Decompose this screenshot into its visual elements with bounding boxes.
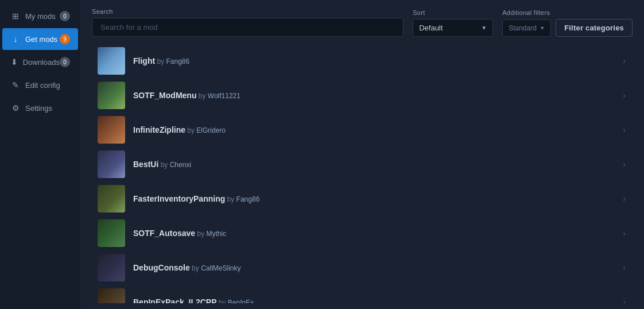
mod-row-faster-inventory[interactable]: FasterInventoryPanning by Fang86› (92, 181, 633, 216)
mod-row-sotf-modmenu[interactable]: SOTF_ModMenu by Wolf11221› (92, 78, 633, 113)
sidebar-item-label: Get mods (25, 35, 57, 44)
chevron-right-icon: › (623, 91, 626, 100)
gear-icon: ⚙ (10, 103, 21, 113)
mod-row-bestui[interactable]: BestUi by Chenxi› (92, 147, 633, 181)
mod-name-debug-console: DebugConsole (133, 263, 190, 272)
sidebar-item-settings[interactable]: ⚙ Settings (2, 97, 78, 119)
additional-filters-label: Additional filters (502, 9, 633, 16)
svg-rect-0 (98, 47, 125, 75)
mod-thumbnail-sotf-modmenu (98, 82, 125, 109)
mod-thumbnail-infinite-zipline (98, 116, 125, 144)
mod-author-debug-console: by CallMeSlinky (190, 264, 241, 272)
edit-icon: ✎ (10, 80, 21, 90)
chevron-down-icon: ▼ (481, 25, 487, 31)
mod-author-bepinex-pack: by BepInEx (217, 299, 254, 304)
search-label: Search (92, 8, 404, 15)
sidebar: ⊞ My mods 0 ↓ Get mods 9 ⬇ Downloads 0 ✎… (0, 0, 80, 309)
filter-group: Standard ▼ Filter categories (502, 19, 633, 37)
mod-name-faster-inventory: FasterInventoryPanning (133, 194, 225, 203)
svg-rect-3 (98, 150, 125, 178)
chevron-right-icon: › (623, 298, 626, 304)
sidebar-item-label: Downloads (23, 58, 60, 67)
svg-rect-5 (98, 219, 125, 247)
mod-name-flight: Flight (133, 56, 155, 65)
chevron-down-icon: ▼ (540, 25, 545, 31)
mod-info-bestui: BestUi by Chenxi (133, 159, 617, 169)
sidebar-item-get-mods[interactable]: ↓ Get mods 9 (2, 28, 78, 50)
chevron-right-icon: › (623, 160, 626, 169)
sidebar-item-label: My mods (25, 12, 56, 21)
sort-select[interactable]: Default ▼ (413, 19, 493, 37)
my-mods-badge: 0 (60, 11, 70, 21)
mod-author-bestui: by Chenxi (158, 161, 191, 169)
sidebar-item-my-mods[interactable]: ⊞ My mods 0 (2, 5, 78, 27)
topbar: Search Sort Default ▼ Additional filters… (92, 8, 633, 37)
mod-thumbnail-flight (98, 47, 125, 75)
sort-value: Default (419, 24, 443, 32)
svg-rect-6 (98, 254, 125, 281)
chevron-right-icon: › (623, 229, 626, 238)
mod-info-sotf-modmenu: SOTF_ModMenu by Wolf11221 (133, 90, 617, 101)
mod-name-sotf-modmenu: SOTF_ModMenu (133, 91, 196, 100)
mod-info-flight: Flight by Fang86 (133, 56, 617, 66)
mod-thumbnail-bepinex-pack (98, 288, 125, 304)
mod-name-infinite-zipline: InfiniteZipline (133, 125, 185, 134)
mod-author-faster-inventory: by Fang86 (225, 195, 259, 203)
mod-author-infinite-zipline: by ElGridero (185, 126, 226, 134)
mod-row-flight[interactable]: Flight by Fang86› (92, 44, 633, 78)
sidebar-item-downloads[interactable]: ⬇ Downloads 0 (2, 51, 78, 73)
sidebar-item-label: Edit config (25, 81, 60, 90)
filter-standard-value: Standard (509, 24, 537, 32)
mod-row-debug-console[interactable]: DebugConsole by CallMeSlinky› (92, 250, 633, 285)
search-input[interactable] (92, 18, 404, 37)
mod-info-sotf-autosave: SOTF_Autosave by Mythic (133, 228, 617, 238)
mod-author-flight: by Fang86 (155, 57, 189, 65)
svg-rect-2 (98, 116, 125, 144)
search-section: Search (92, 8, 404, 37)
chevron-right-icon: › (623, 56, 626, 65)
arrow-down-icon: ⬇ (10, 57, 18, 67)
sort-label: Sort (413, 9, 493, 16)
mod-row-bepinex-pack[interactable]: BepInExPack_IL2CPP by BepInEx› (92, 285, 633, 303)
mod-name-sotf-autosave: SOTF_Autosave (133, 229, 195, 238)
mod-list: Flight by Fang86›SOTF_ModMenu by Wolf112… (92, 44, 633, 303)
mod-row-sotf-autosave[interactable]: SOTF_Autosave by Mythic› (92, 216, 633, 250)
chevron-right-icon: › (623, 125, 626, 134)
mod-info-infinite-zipline: InfiniteZipline by ElGridero (133, 125, 617, 135)
main-content: Search Sort Default ▼ Additional filters… (80, 0, 644, 309)
mod-name-bepinex-pack: BepInExPack_IL2CPP (133, 298, 217, 304)
filter-section: Additional filters Standard ▼ Filter cat… (502, 9, 633, 37)
mod-thumbnail-sotf-autosave (98, 219, 125, 247)
sidebar-item-label: Settings (25, 104, 52, 113)
grid-icon: ⊞ (10, 11, 21, 21)
mod-name-bestui: BestUi (133, 160, 158, 169)
svg-rect-4 (98, 185, 125, 213)
mod-author-sotf-autosave: by Mythic (195, 230, 226, 238)
mod-info-faster-inventory: FasterInventoryPanning by Fang86 (133, 194, 617, 204)
chevron-right-icon: › (623, 263, 626, 272)
mod-author-sotf-modmenu: by Wolf11221 (196, 92, 240, 100)
mod-info-bepinex-pack: BepInExPack_IL2CPP by BepInEx (133, 297, 617, 304)
sidebar-item-edit-config[interactable]: ✎ Edit config (2, 74, 78, 96)
svg-rect-7 (98, 288, 125, 304)
mod-info-debug-console: DebugConsole by CallMeSlinky (133, 262, 617, 273)
download-icon: ↓ (10, 34, 21, 44)
filter-categories-button[interactable]: Filter categories (556, 19, 633, 37)
mod-thumbnail-faster-inventory (98, 185, 125, 213)
chevron-right-icon: › (623, 194, 626, 203)
filter-standard-select[interactable]: Standard ▼ (502, 20, 551, 37)
svg-rect-1 (98, 82, 125, 109)
mod-thumbnail-bestui (98, 150, 125, 178)
mod-thumbnail-debug-console (98, 254, 125, 281)
downloads-badge: 0 (60, 57, 70, 67)
get-mods-badge: 9 (60, 34, 70, 44)
mod-row-infinite-zipline[interactable]: InfiniteZipline by ElGridero› (92, 113, 633, 147)
sort-section: Sort Default ▼ (413, 9, 493, 37)
